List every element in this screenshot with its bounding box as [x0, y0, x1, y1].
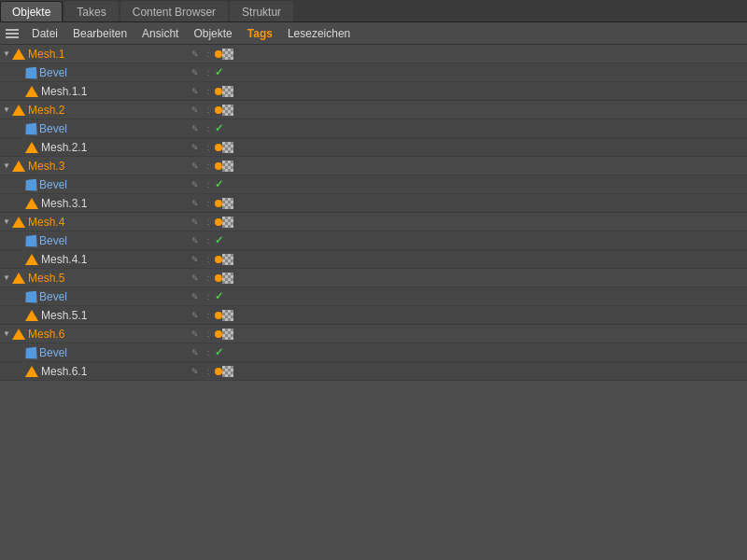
tree-row[interactable]: Mesh.6 ✎ :	[0, 325, 747, 343]
tree-row[interactable]: Mesh.2.1 ✎ :	[0, 138, 747, 157]
tree-area: Mesh.1 ✎ : Bevel ✎ : ✓ Mesh.1.1 ✎	[0, 45, 747, 560]
tree-row[interactable]: Mesh.3 ✎ :	[0, 157, 747, 175]
mesh-icon	[25, 198, 38, 209]
tag-dot-icon	[215, 256, 222, 263]
tree-row[interactable]: Mesh.5 ✎ :	[0, 269, 747, 287]
mesh-icon	[12, 217, 25, 228]
expand-btn[interactable]	[2, 47, 11, 62]
pencil-icon: ✎	[189, 290, 202, 303]
tree-row[interactable]: Bevel ✎ : ✓	[0, 63, 747, 82]
row-label: Mesh.1.1	[41, 85, 87, 98]
row-label: Mesh.4.1	[41, 253, 87, 266]
colon-icon: :	[202, 290, 215, 303]
tag-dot-icon	[215, 162, 222, 170]
tree-row[interactable]: Mesh.5.1 ✎ :	[0, 306, 747, 325]
menu-tags[interactable]: Tags	[240, 25, 280, 42]
colon-icon: :	[202, 216, 215, 229]
menu-bearbeiten[interactable]: Bearbeiten	[65, 25, 134, 42]
pencil-icon: ✎	[189, 48, 202, 61]
pencil-icon: ✎	[189, 309, 202, 322]
check-icon: ✓	[215, 66, 223, 78]
row-label: Mesh.3.1	[41, 197, 87, 210]
tab-takes[interactable]: Takes	[64, 1, 118, 21]
row-label: Bevel	[39, 178, 67, 191]
bevel-icon	[25, 346, 36, 358]
pencil-icon: ✎	[189, 346, 202, 359]
colon-icon: :	[202, 234, 215, 247]
check-icon: ✓	[215, 178, 223, 190]
pencil-icon: ✎	[189, 253, 202, 266]
tag-checkered-icon	[222, 105, 233, 116]
row-label: Mesh.6	[28, 328, 64, 341]
pencil-icon: ✎	[189, 365, 202, 378]
colon-icon: :	[202, 272, 215, 285]
mesh-icon	[25, 254, 38, 265]
tree-row[interactable]: Mesh.2 ✎ :	[0, 101, 747, 119]
menu-ansicht[interactable]: Ansicht	[134, 25, 186, 42]
colon-icon: :	[202, 141, 215, 154]
check-icon: ✓	[215, 346, 223, 358]
pencil-icon: ✎	[189, 272, 202, 285]
row-label: Mesh.4	[28, 216, 64, 229]
tree-row[interactable]: Mesh.6.1 ✎ :	[0, 362, 747, 381]
pencil-icon: ✎	[189, 122, 202, 135]
tag-checkered-icon	[222, 217, 233, 228]
colon-icon: :	[202, 365, 215, 378]
tag-checkered-icon	[222, 161, 233, 172]
bevel-icon	[25, 122, 36, 134]
mesh-icon	[12, 329, 25, 340]
tag-dot-icon	[215, 88, 222, 95]
tag-dot-icon	[215, 368, 222, 375]
tag-dot-icon	[215, 144, 222, 151]
menu-objekte[interactable]: Objekte	[186, 25, 239, 42]
tag-checkered-icon	[222, 254, 233, 265]
row-label: Bevel	[39, 290, 67, 303]
colon-icon: :	[202, 253, 215, 266]
tree-row[interactable]: Bevel ✎ : ✓	[0, 231, 747, 250]
colon-icon: :	[202, 328, 215, 341]
pencil-icon: ✎	[189, 104, 202, 117]
pencil-icon: ✎	[189, 178, 202, 191]
tree-row[interactable]: Mesh.4.1 ✎ :	[0, 250, 747, 269]
tag-checkered-icon	[222, 49, 233, 60]
check-icon: ✓	[215, 122, 223, 134]
tag-dot-icon	[215, 218, 222, 226]
tag-checkered-icon	[222, 310, 233, 321]
menu-lesezeichen[interactable]: Lesezeichen	[280, 25, 358, 42]
expand-btn[interactable]	[2, 327, 11, 342]
tree-row[interactable]: Bevel ✎ : ✓	[0, 287, 747, 306]
tab-struktur[interactable]: Struktur	[230, 1, 293, 21]
expand-btn[interactable]	[2, 103, 11, 118]
mesh-icon	[25, 86, 38, 97]
tree-row[interactable]: Mesh.1 ✎ :	[0, 45, 747, 63]
row-label: Bevel	[39, 122, 67, 135]
tree-row[interactable]: Bevel ✎ : ✓	[0, 343, 747, 362]
check-icon: ✓	[215, 234, 223, 246]
tag-dot-icon	[215, 50, 222, 58]
colon-icon: :	[202, 178, 215, 191]
pencil-icon: ✎	[189, 216, 202, 229]
row-label: Mesh.5	[28, 272, 64, 285]
row-label: Mesh.5.1	[41, 309, 87, 322]
colon-icon: :	[202, 122, 215, 135]
expand-btn[interactable]	[2, 271, 11, 286]
tab-content-browser[interactable]: Content Browser	[120, 1, 228, 21]
hamburger-menu-icon[interactable]	[4, 25, 21, 42]
tag-checkered-icon	[222, 366, 233, 377]
expand-btn[interactable]	[2, 159, 11, 174]
tag-checkered-icon	[222, 198, 233, 209]
tree-row[interactable]: Mesh.1.1 ✎ :	[0, 82, 747, 101]
tree-row[interactable]: Mesh.4 ✎ :	[0, 213, 747, 231]
tree-row[interactable]: Mesh.3.1 ✎ :	[0, 194, 747, 213]
tag-dot-icon	[215, 330, 222, 338]
tab-objekte[interactable]: Objekte	[0, 1, 63, 21]
tree-row[interactable]: Bevel ✎ : ✓	[0, 175, 747, 194]
colon-icon: :	[202, 309, 215, 322]
expand-btn[interactable]	[2, 215, 11, 230]
colon-icon: :	[202, 85, 215, 98]
row-label: Bevel	[39, 66, 67, 79]
row-label: Mesh.2	[28, 104, 64, 117]
tree-row[interactable]: Bevel ✎ : ✓	[0, 119, 747, 138]
menu-datei[interactable]: Datei	[24, 25, 65, 42]
bevel-icon	[25, 290, 36, 302]
